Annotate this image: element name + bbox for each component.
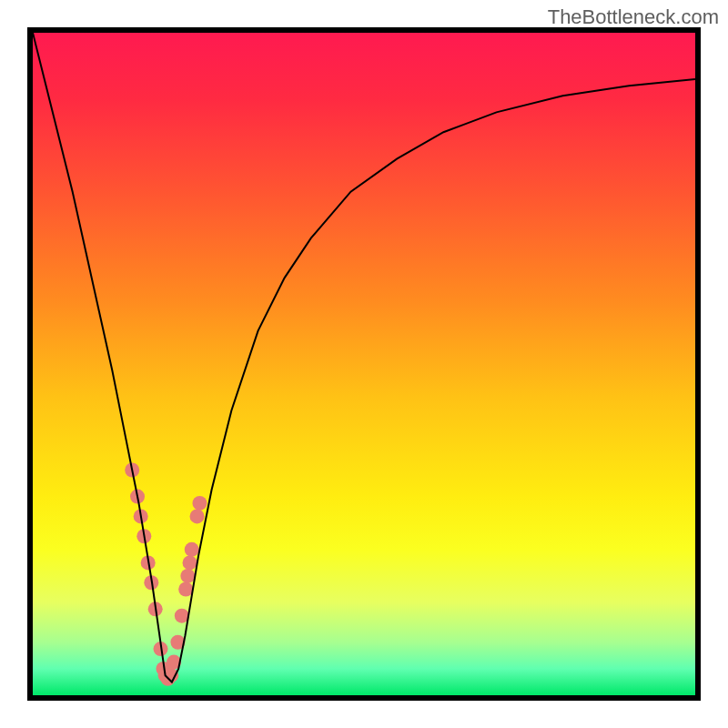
chart-frame — [27, 27, 701, 701]
marker-dot — [190, 509, 205, 523]
marker-dot — [185, 542, 199, 557]
marker-dot — [180, 569, 195, 583]
curve-layer — [33, 33, 695, 695]
marker-dot — [178, 582, 193, 597]
plot-area — [33, 33, 695, 695]
bottleneck-curve — [33, 33, 695, 682]
chart-container: TheBottleneck.com — [0, 0, 728, 728]
marker-dot — [192, 496, 207, 511]
watermark-text: TheBottleneck.com — [548, 5, 719, 29]
marker-dot — [183, 555, 197, 570]
